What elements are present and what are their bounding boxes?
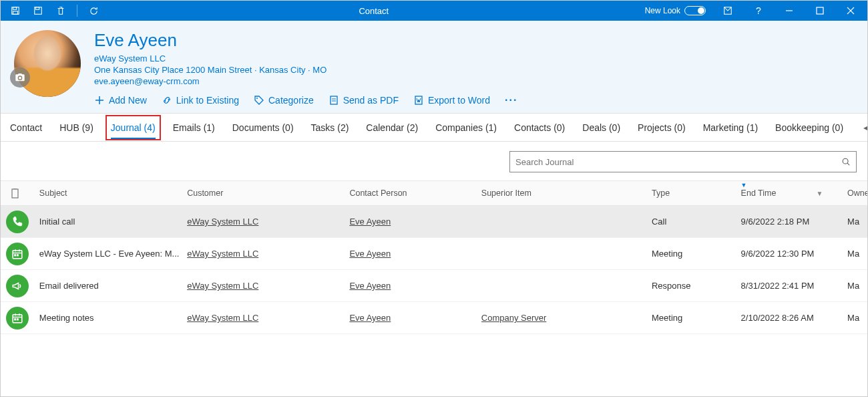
table-row[interactable]: Initial calleWay System LLCEve AyeenCall… (1, 206, 867, 238)
maximize-icon[interactable] (806, 1, 834, 21)
minimize-icon[interactable] (775, 1, 803, 21)
column-customer[interactable]: Customer (187, 188, 349, 198)
column-contact[interactable]: Contact Person (349, 188, 481, 198)
svg-rect-2 (13, 11, 18, 14)
phone-icon (6, 211, 29, 233)
contact-company[interactable]: eWay System LLC (94, 53, 854, 63)
tab-calendar-2-[interactable]: Calendar (2) (366, 116, 418, 140)
cell-contact-link[interactable]: Eve Ayeen (349, 281, 391, 291)
cell-endtime: 9/6/2022 12:30 PM (741, 249, 848, 259)
cell-endtime: 2/10/2022 8:26 AM (741, 313, 848, 323)
help-icon[interactable]: ? (744, 1, 773, 21)
svg-rect-4 (36, 7, 39, 10)
cell-superior-link[interactable]: Company Server (481, 313, 547, 323)
tab-companies-1-[interactable]: Companies (1) (435, 116, 497, 140)
cell-type: Meeting (652, 313, 741, 323)
svg-rect-1 (13, 7, 17, 10)
search-journal-input[interactable] (509, 151, 857, 172)
svg-rect-29 (17, 318, 18, 319)
column-icon[interactable] (1, 188, 34, 198)
close-icon[interactable] (837, 1, 865, 21)
svg-line-14 (847, 163, 849, 165)
search-icon (841, 157, 851, 166)
cell-subject: Initial call (34, 217, 187, 227)
cell-subject: Email delivered (34, 281, 187, 291)
cell-customer-link[interactable]: eWay System LLC (187, 313, 258, 323)
tab-bookkeeping-0-[interactable]: Bookkeeping (0) (775, 116, 843, 140)
tab-marketing-1-[interactable]: Marketing (1) (703, 116, 758, 140)
column-subject[interactable]: Subject (34, 188, 187, 198)
tab-emails-1-[interactable]: Emails (1) (173, 116, 215, 140)
refresh-icon[interactable] (84, 1, 103, 20)
tab-journal-4-[interactable]: Journal (4) (111, 116, 156, 140)
categorize-button[interactable]: Categorize (254, 95, 314, 106)
new-look-toggle[interactable]: New Look (645, 6, 706, 15)
save-close-icon[interactable] (29, 1, 47, 20)
table-row[interactable]: Meeting noteseWay System LLCEve AyeenCom… (1, 302, 867, 334)
cell-subject: eWay System LLC - Eve Ayeen: M... (34, 249, 187, 259)
cell-subject: Meeting notes (34, 313, 187, 323)
camera-icon[interactable] (10, 68, 30, 88)
calendar-icon (6, 307, 29, 329)
more-actions-icon[interactable]: ··· (505, 94, 517, 106)
column-type[interactable]: Type (652, 188, 741, 198)
column-superior[interactable]: Superior Item (481, 188, 652, 198)
contact-header: Eve Ayeen eWay System LLC One Kansas Cit… (1, 21, 867, 114)
tab-projects-0-[interactable]: Projects (0) (638, 116, 686, 140)
tabs-bar: ContactHUB (9)Journal (4)Emails (1)Docum… (1, 114, 867, 142)
tab-hub-9-[interactable]: HUB (9) (59, 116, 93, 140)
cell-owner: Ma (847, 249, 867, 259)
tab-contact[interactable]: Contact (10, 116, 42, 140)
app-icon[interactable] (714, 1, 742, 21)
cell-type: Meeting (652, 249, 741, 259)
table-row[interactable]: Email deliveredeWay System LLCEve AyeenR… (1, 270, 867, 302)
tab-tasks-2-[interactable]: Tasks (2) (311, 116, 349, 140)
cell-endtime: 8/31/2022 2:41 PM (741, 281, 848, 291)
contact-address[interactable]: One Kansas City Place 1200 Main Street ·… (94, 65, 854, 75)
megaphone-icon (6, 275, 29, 297)
add-new-button[interactable]: Add New (94, 95, 147, 106)
svg-rect-22 (17, 254, 18, 255)
svg-rect-7 (817, 7, 823, 14)
cell-owner: Ma (847, 281, 867, 291)
cell-customer-link[interactable]: eWay System LLC (187, 281, 258, 291)
cell-owner: Ma (847, 313, 867, 323)
table-row[interactable]: eWay System LLC - Eve Ayeen: M...eWay Sy… (1, 238, 867, 270)
column-endtime[interactable]: ▼End Time▼ (741, 188, 848, 198)
cell-owner: Ma (847, 217, 867, 227)
contact-email[interactable]: eve.ayeen@eway-crm.com (94, 76, 854, 86)
svg-rect-21 (14, 254, 15, 255)
link-existing-button[interactable]: Link to Existing (162, 95, 239, 106)
journal-table: Subject Customer Contact Person Superior… (1, 180, 867, 334)
window-title: Contact (103, 6, 645, 16)
tab-deals-0-[interactable]: Deals (0) (582, 116, 620, 140)
cell-customer-link[interactable]: eWay System LLC (187, 217, 258, 227)
calendar-icon (6, 243, 29, 265)
cell-customer-link[interactable]: eWay System LLC (187, 249, 258, 259)
svg-rect-28 (14, 318, 15, 319)
column-owner[interactable]: Owner (847, 188, 867, 198)
cell-type: Response (652, 281, 741, 291)
cell-type: Call (652, 217, 741, 227)
contact-name: Eve Ayeen (94, 30, 854, 51)
cell-contact-link[interactable]: Eve Ayeen (349, 313, 391, 323)
tab-documents-0-[interactable]: Documents (0) (232, 116, 294, 140)
export-word-button[interactable]: Export to Word (413, 95, 490, 106)
tabs-scroll-left-icon[interactable]: ◀ (861, 123, 868, 132)
svg-point-10 (256, 98, 258, 99)
tab-contacts-0-[interactable]: Contacts (0) (514, 116, 565, 140)
titlebar: Contact New Look ? (1, 1, 867, 21)
delete-icon[interactable] (51, 1, 70, 20)
svg-point-13 (843, 158, 848, 164)
cell-contact-link[interactable]: Eve Ayeen (349, 249, 391, 259)
save-icon[interactable] (6, 1, 25, 20)
cell-contact-link[interactable]: Eve Ayeen (349, 217, 391, 227)
cell-endtime: 9/6/2022 2:18 PM (741, 217, 848, 227)
avatar (14, 30, 81, 97)
svg-rect-15 (12, 189, 18, 198)
svg-rect-11 (331, 96, 337, 104)
send-pdf-button[interactable]: Send as PDF (329, 95, 399, 106)
